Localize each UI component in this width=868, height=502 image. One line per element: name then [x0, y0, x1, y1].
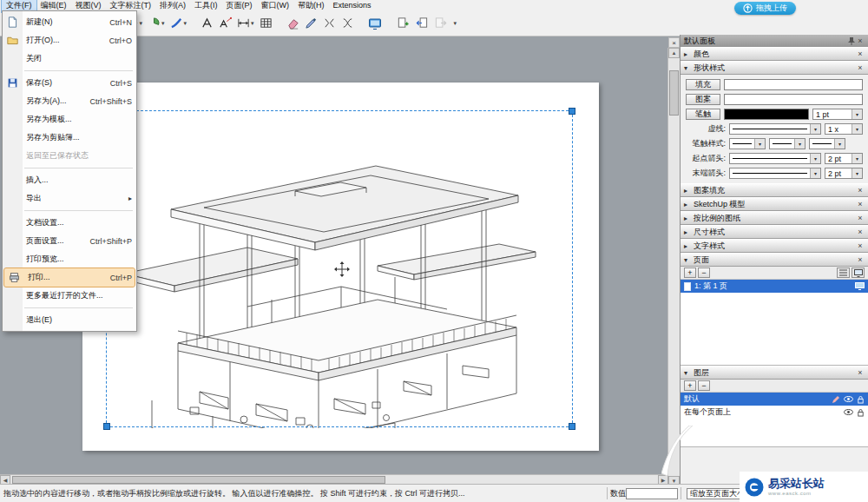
expand-arrow-icon[interactable]: ▸ — [684, 50, 691, 58]
stroke-toggle-button[interactable]: 笔触 — [686, 109, 720, 120]
layer-list-item[interactable]: 默认 — [681, 393, 868, 406]
menu-item-new[interactable]: 新建(N) Ctrl+N — [3, 13, 136, 31]
menu-item-document-setup[interactable]: 文档设置... — [3, 214, 136, 232]
add-page-list-button[interactable]: + — [684, 268, 696, 278]
chevron-down-icon[interactable]: ▾ — [852, 124, 862, 134]
stroke-corner-select[interactable]: ▾ — [809, 138, 845, 149]
selection-handle-bottom-right[interactable] — [569, 423, 575, 430]
menu-item-print-preview[interactable]: 打印预览... — [3, 250, 136, 268]
section-header-shape-style[interactable]: ▾ 形状样式 × — [681, 61, 868, 75]
end-arrow-size-select[interactable]: 2 pt▾ — [825, 168, 863, 179]
fill-color-swatch[interactable] — [724, 79, 863, 90]
expand-arrow-icon[interactable]: ▸ — [684, 201, 691, 208]
pages-list[interactable]: 1: 第 1 页 — [681, 280, 868, 366]
menu-item-print[interactable]: 打印... Ctrl+P — [4, 268, 135, 287]
stroke-color-swatch[interactable] — [724, 109, 809, 120]
offset-tool-button[interactable]: ▾ — [168, 12, 190, 35]
end-arrow-select[interactable]: ▾ — [729, 168, 821, 179]
arc-dropdown-icon[interactable]: ▾ — [161, 20, 165, 27]
collapse-arrow-icon[interactable]: ▾ — [684, 64, 691, 72]
menu-item-save-as[interactable]: 另存为(A)... Ctrl+Shift+S — [3, 92, 136, 110]
chevron-down-icon[interactable]: ▾ — [810, 124, 820, 134]
layout-page[interactable] — [82, 83, 599, 451]
remove-page-list-button[interactable]: − — [698, 268, 710, 278]
pattern-toggle-button[interactable]: 图案 — [686, 94, 720, 105]
menu-tools[interactable]: 工具(I) — [190, 0, 222, 12]
join-tool-button[interactable] — [339, 12, 357, 35]
section-close-button[interactable]: × — [856, 368, 865, 377]
toolbar-overflow-button[interactable]: ▾ — [450, 12, 460, 35]
dash-style-select[interactable]: ▾ — [729, 123, 821, 135]
vertical-scroll-thumb[interactable] — [669, 70, 679, 116]
dash-scale-select[interactable]: 1 x ▾ — [825, 123, 863, 135]
eraser-tool-button[interactable] — [284, 12, 302, 35]
collapse-arrow-icon[interactable]: ▾ — [684, 256, 691, 264]
menu-item-open[interactable]: 打开(O)... Ctrl+O — [3, 31, 136, 50]
chevron-down-icon[interactable]: ▾ — [834, 139, 845, 149]
menu-arrange[interactable]: 排列(A) — [155, 0, 190, 12]
layer-visibility-eye-icon[interactable] — [844, 395, 853, 403]
pattern-swatch[interactable] — [724, 94, 863, 105]
page-presentation-view-button[interactable] — [852, 268, 865, 278]
horizontal-scroll-thumb[interactable] — [12, 476, 385, 484]
chevron-down-icon[interactable]: ▾ — [810, 168, 820, 178]
section-header-dimension-style[interactable]: ▸ 尺寸样式 × — [681, 225, 868, 239]
scroll-up-button[interactable]: ▲ — [668, 48, 680, 58]
selection-handle-top-right[interactable] — [569, 108, 575, 115]
dimension-tool-button[interactable]: ▾ — [234, 12, 257, 35]
chevron-down-icon[interactable]: ▾ — [852, 154, 862, 163]
menu-item-recent-files[interactable]: 更多最近打开的文件... — [3, 287, 136, 305]
add-page-button[interactable] — [393, 12, 412, 35]
menu-item-insert[interactable]: 插入... — [3, 171, 136, 189]
menu-help[interactable]: 帮助(H) — [293, 0, 329, 12]
chevron-down-icon[interactable]: ▾ — [754, 139, 765, 149]
section-header-pattern-fill[interactable]: ▸ 图案填充 × — [681, 183, 868, 197]
menu-item-save[interactable]: 保存(S) Ctrl+S — [3, 74, 136, 92]
fill-toggle-button[interactable]: 填充 — [686, 79, 720, 90]
expand-arrow-icon[interactable]: ▸ — [684, 215, 691, 222]
collapse-arrow-icon[interactable]: ▾ — [684, 369, 691, 377]
section-header-colors[interactable]: ▸ 颜色 × — [681, 47, 868, 61]
section-header-pages[interactable]: ▾ 页面 × — [681, 253, 868, 267]
layers-list[interactable]: 默认 在每个页面上 — [681, 393, 868, 447]
menu-item-save-as-scrapbook[interactable]: 另存为剪贴簿... — [3, 129, 136, 147]
menu-item-close[interactable]: 关闭 — [3, 50, 136, 68]
menu-item-export[interactable]: 导出 ▸ — [3, 189, 136, 208]
menu-item-exit[interactable]: 退出(E) — [3, 311, 136, 329]
shared-layer-list-item[interactable]: 在每个页面上 — [681, 406, 868, 419]
document-close-button[interactable]: × — [668, 37, 680, 48]
stroke-cap-select[interactable]: ▾ — [729, 138, 766, 149]
expand-arrow-icon[interactable]: ▸ — [684, 242, 691, 250]
start-presentation-button[interactable] — [365, 12, 385, 35]
menu-window[interactable]: 窗口(W) — [257, 0, 294, 12]
label-tool-button[interactable] — [216, 12, 234, 35]
tray-title-bar[interactable]: 默认面板 × — [681, 35, 868, 47]
stroke-join-select[interactable]: ▾ — [769, 138, 806, 149]
expand-arrow-icon[interactable]: ▸ — [684, 187, 691, 195]
section-close-button[interactable]: × — [856, 228, 865, 236]
pin-panel-icon[interactable] — [847, 36, 856, 45]
next-page-button[interactable] — [431, 12, 450, 35]
style-tool-button[interactable] — [302, 12, 320, 35]
section-header-sketchup-model[interactable]: ▸ SketchUp 模型 × — [681, 197, 868, 211]
chevron-down-icon[interactable]: ▾ — [852, 109, 862, 119]
section-close-button[interactable]: × — [856, 241, 865, 250]
chevron-down-icon[interactable]: ▾ — [794, 139, 805, 149]
section-header-scaled-drawing[interactable]: ▸ 按比例的图纸 × — [681, 211, 868, 225]
circle-dropdown-icon[interactable]: ▾ — [140, 20, 143, 27]
section-close-button[interactable]: × — [856, 200, 865, 208]
offset-dropdown-icon[interactable]: ▾ — [184, 20, 187, 27]
menu-item-save-as-template[interactable]: 另存为模板... — [3, 110, 136, 129]
menu-item-page-setup[interactable]: 页面设置... Ctrl+Shift+P — [3, 232, 136, 250]
section-close-button[interactable]: × — [856, 63, 865, 72]
stroke-width-select[interactable]: 1 pt ▾ — [812, 109, 863, 120]
dimension-dropdown-icon[interactable]: ▾ — [251, 20, 254, 27]
layer-visibility-eye-icon[interactable] — [844, 408, 853, 416]
vertical-scrollbar[interactable]: ▲ ▼ — [667, 48, 680, 485]
section-close-button[interactable]: × — [856, 255, 865, 264]
menu-extensions[interactable]: Extensions — [329, 0, 376, 10]
selection-handle-bottom-left[interactable] — [103, 423, 110, 430]
split-tool-button[interactable] — [320, 12, 339, 35]
tray-close-button[interactable]: × — [856, 36, 865, 45]
table-tool-button[interactable] — [257, 12, 275, 35]
